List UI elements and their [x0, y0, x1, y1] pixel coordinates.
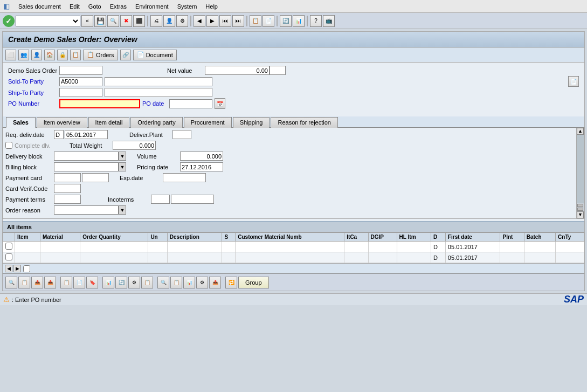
- row2-itca[interactable]: [344, 252, 368, 263]
- scroll-grip-2[interactable]: [577, 208, 583, 211]
- po-date-input[interactable]: [169, 99, 212, 108]
- row1-material[interactable]: [40, 242, 80, 252]
- menu-sales-document[interactable]: Sales document: [18, 3, 61, 10]
- bt-btn-15[interactable]: ⚙: [196, 277, 208, 288]
- row1-plnt[interactable]: [500, 242, 524, 252]
- row1-s[interactable]: [222, 242, 236, 252]
- scroll-down-btn[interactable]: ▼: [577, 211, 584, 218]
- bt-btn-2[interactable]: 📋: [18, 277, 30, 288]
- menu-help[interactable]: Help: [205, 3, 218, 10]
- st-btn-6[interactable]: 📋: [70, 50, 81, 60]
- row2-un[interactable]: [148, 252, 167, 263]
- volume-input[interactable]: [180, 152, 223, 161]
- row1-check[interactable]: [5, 243, 12, 250]
- total-weight-input[interactable]: [113, 141, 156, 150]
- row2-batch[interactable]: [524, 252, 555, 263]
- menu-environment[interactable]: Environment: [135, 3, 169, 10]
- bt-btn-7[interactable]: 🔖: [86, 277, 98, 288]
- net-value-input[interactable]: [205, 66, 270, 75]
- payment-card-input1[interactable]: [54, 173, 81, 182]
- bt-btn-13[interactable]: 📋: [170, 277, 182, 288]
- table-scroll-right[interactable]: ▶: [13, 265, 21, 272]
- row2-plnt[interactable]: [500, 252, 524, 263]
- row2-desc[interactable]: [167, 252, 222, 263]
- billing-block-input[interactable]: [54, 162, 119, 171]
- nav-dropdown[interactable]: [16, 16, 80, 26]
- st-btn-4[interactable]: 🏠: [44, 50, 55, 60]
- tab-reason-for-rejection[interactable]: Reason for rejection: [271, 117, 337, 128]
- row2-hl-itm[interactable]: [397, 252, 431, 263]
- tb-btn-3[interactable]: ⏮: [219, 15, 231, 27]
- table-scroll-checkbox[interactable]: [23, 265, 30, 272]
- menu-extras[interactable]: Extras: [110, 3, 127, 10]
- payment-card-input2[interactable]: [82, 173, 109, 182]
- tab-scrollbar[interactable]: ▲ ▼: [576, 128, 584, 218]
- tb-btn-4[interactable]: ⏭: [232, 15, 244, 27]
- billing-block-dd[interactable]: ▼: [119, 162, 126, 171]
- pricing-date-input[interactable]: [180, 162, 223, 171]
- st-btn-3[interactable]: 👤: [31, 50, 42, 60]
- bt-btn-5[interactable]: 📋: [60, 277, 72, 288]
- incoterms-input2[interactable]: [171, 195, 214, 204]
- incoterms-input1[interactable]: [151, 195, 170, 204]
- complete-dlv-checkbox[interactable]: [5, 142, 12, 149]
- net-value-currency[interactable]: [270, 66, 286, 75]
- st-btn-1[interactable]: ⬜: [5, 50, 16, 60]
- st-btn-2[interactable]: 👥: [18, 50, 29, 60]
- row1-un[interactable]: [148, 242, 167, 252]
- person-button[interactable]: 👤: [163, 15, 175, 27]
- sold-to-input[interactable]: [59, 77, 102, 86]
- row1-item[interactable]: [15, 242, 40, 252]
- row1-batch[interactable]: [524, 242, 555, 252]
- table-scroll-left[interactable]: ◀: [5, 265, 12, 272]
- order-reason-dd[interactable]: ▼: [119, 205, 126, 215]
- row2-qty[interactable]: [80, 252, 148, 263]
- nav-back-button[interactable]: «: [81, 15, 93, 27]
- bt-btn-1[interactable]: 🔍: [5, 277, 17, 288]
- stop-button[interactable]: ⬛: [133, 15, 145, 27]
- tb-btn-2[interactable]: ▶: [206, 15, 218, 27]
- bt-btn-4[interactable]: 📥: [44, 277, 56, 288]
- tb-btn-5[interactable]: 📋: [250, 15, 261, 27]
- row1-cust-mat[interactable]: [236, 242, 344, 252]
- help-btn[interactable]: ?: [310, 15, 322, 27]
- delivery-block-input[interactable]: [54, 152, 119, 161]
- tb-btn-1[interactable]: ◀: [194, 15, 205, 27]
- menu-goto[interactable]: Goto: [88, 3, 101, 10]
- print-button[interactable]: 🖨: [150, 15, 162, 27]
- scroll-up-btn[interactable]: ▲: [577, 128, 584, 135]
- row1-desc[interactable]: [167, 242, 222, 252]
- exp-date-input[interactable]: [163, 173, 206, 182]
- row2-cust-mat[interactable]: [236, 252, 344, 263]
- row1-qty[interactable]: [80, 242, 148, 252]
- sold-to-doc-btn[interactable]: 📄: [568, 76, 579, 87]
- scroll-grip-1[interactable]: [577, 204, 583, 207]
- tab-item-detail[interactable]: Item detail: [88, 117, 130, 128]
- ship-to-input[interactable]: [59, 88, 102, 97]
- find-button[interactable]: 🔍: [107, 15, 119, 27]
- card-verif-input[interactable]: [54, 184, 81, 193]
- deliver-plant-input[interactable]: [172, 130, 191, 139]
- tab-item-overview[interactable]: Item overview: [37, 117, 87, 128]
- sold-to-name-input[interactable]: [105, 77, 212, 86]
- order-reason-input[interactable]: [54, 205, 119, 215]
- menu-system[interactable]: System: [177, 3, 197, 10]
- orders-button[interactable]: 📋 Orders: [83, 50, 118, 60]
- green-check-button[interactable]: ✓: [3, 15, 15, 27]
- custom-btn[interactable]: 📺: [323, 15, 335, 27]
- bt-btn-12[interactable]: 🔍: [157, 277, 169, 288]
- row1-dgip[interactable]: [368, 242, 397, 252]
- po-date-label[interactable]: PO date: [142, 100, 169, 107]
- tab-sales[interactable]: Sales: [6, 117, 36, 128]
- bt-btn-8[interactable]: 📊: [102, 277, 114, 288]
- st-btn-5[interactable]: 🔒: [57, 50, 68, 60]
- row1-hl-itm[interactable]: [397, 242, 431, 252]
- bt-btn-9[interactable]: 🔄: [115, 277, 127, 288]
- row2-cnty[interactable]: [556, 252, 584, 263]
- row2-dgip[interactable]: [368, 252, 397, 263]
- row2-item[interactable]: [15, 252, 40, 263]
- bt-btn-16[interactable]: 📤: [209, 277, 221, 288]
- tb-btn-8[interactable]: 📊: [293, 15, 305, 27]
- menu-edit[interactable]: Edit: [70, 3, 80, 10]
- tab-procurement[interactable]: Procurement: [184, 117, 232, 128]
